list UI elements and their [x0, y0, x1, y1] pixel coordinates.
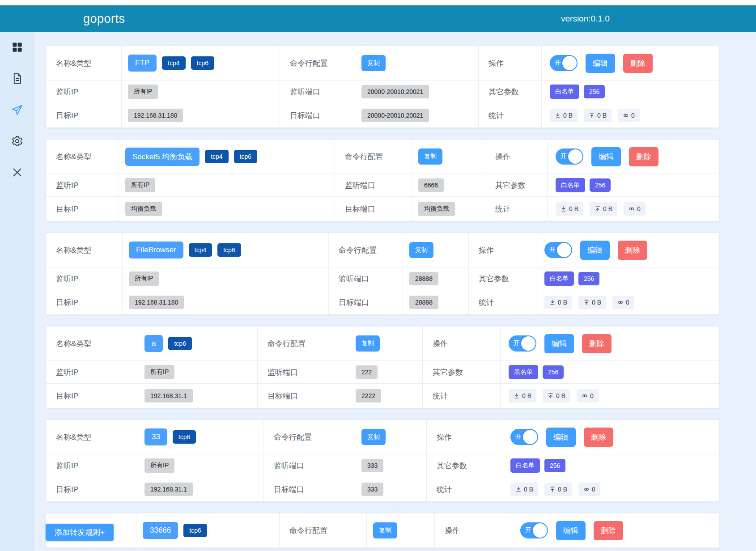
- edit-button[interactable]: 编辑: [591, 147, 621, 166]
- other-params-label: 其它参数: [469, 267, 536, 290]
- stats-label: 统计: [479, 103, 542, 127]
- download-value: 0 B: [522, 392, 531, 399]
- edit-button[interactable]: 编辑: [580, 241, 610, 260]
- power-toggle[interactable]: 开: [520, 522, 548, 538]
- connections-value: 0: [592, 486, 595, 493]
- listen-ip-label: 监听IP: [46, 361, 138, 384]
- copy-button[interactable]: 复制: [373, 522, 397, 538]
- name-type-label: 名称&类型: [46, 46, 122, 81]
- copy-button[interactable]: 复制: [361, 55, 386, 71]
- other-params-cell: 白名单256: [548, 174, 720, 197]
- target-port-cell: 28888: [403, 290, 469, 314]
- param-tag: 256: [543, 365, 564, 379]
- forward-rule-card: 名称&类型FTPtcp4tcp6命令行配置复制操作开编辑删除监听IP所有IP监听…: [46, 46, 719, 128]
- rule-card-list: 名称&类型FTPtcp4tcp6命令行配置复制操作开编辑删除监听IP所有IP监听…: [34, 32, 756, 548]
- protocol-badge: tcp4: [189, 243, 212, 257]
- actions-label: 操作: [485, 140, 548, 174]
- toggle-knob: [533, 523, 547, 538]
- send-icon: [11, 104, 23, 118]
- document-icon: [11, 72, 23, 86]
- other-params-label: 其它参数: [427, 454, 502, 477]
- name-type-value: 33666tcp6: [136, 513, 280, 548]
- connections-icon: [582, 393, 588, 399]
- param-tag: 白名单: [556, 178, 585, 192]
- target-ip-label: 目标IP: [46, 290, 123, 314]
- cmd-config-value: 复制: [412, 140, 485, 174]
- target-ip-cell: 192.168.31.180: [122, 103, 280, 127]
- edit-button[interactable]: 编辑: [556, 521, 586, 540]
- other-params-label: 其它参数: [485, 174, 548, 197]
- listen-port-cell: 28888: [403, 267, 469, 290]
- power-toggle[interactable]: 开: [550, 55, 578, 71]
- connections-value: 0: [590, 392, 594, 399]
- delete-button[interactable]: 删除: [582, 334, 612, 353]
- power-toggle[interactable]: 开: [544, 242, 572, 258]
- protocol-badge: tcp6: [217, 243, 241, 257]
- stats-cell: 0 B0 B0: [542, 103, 720, 127]
- param-tag: 256: [590, 178, 611, 192]
- param-tag: 白名单: [544, 271, 574, 286]
- stats-cell: 0 B0 B0: [548, 197, 720, 221]
- download-icon: [561, 206, 567, 212]
- listen-ip-cell: 所有IP: [119, 174, 335, 197]
- other-params-cell: 白名单256: [536, 267, 720, 290]
- app-header: goports version:0.1.0: [0, 5, 756, 32]
- target-port-cell: 333: [355, 477, 427, 501]
- upload-stat: 0 B: [590, 202, 617, 216]
- toggle-knob: [568, 149, 582, 164]
- copy-button[interactable]: 复制: [409, 242, 433, 258]
- toggle-on-label: 开: [555, 59, 561, 67]
- rule-name-badge: FileBrowser: [129, 242, 183, 259]
- download-stat: 0 B: [550, 109, 578, 122]
- sidebar-item-logs[interactable]: [0, 64, 34, 95]
- sidebar-item-dashboard[interactable]: [0, 32, 34, 64]
- copy-button[interactable]: 复制: [418, 148, 442, 165]
- add-rule-button[interactable]: 添加转发规则+: [46, 524, 114, 541]
- name-type-value: FileBrowsertcp4tcp6: [123, 233, 329, 267]
- copy-button[interactable]: 复制: [356, 335, 380, 352]
- delete-button[interactable]: 删除: [623, 54, 653, 73]
- cmd-config-label: 命令行配置: [335, 140, 412, 174]
- target-port-value: 333: [361, 483, 383, 496]
- name-type-value: Socket5 均衡负载tcp4tcp6: [119, 140, 335, 174]
- edit-button[interactable]: 编辑: [586, 54, 615, 73]
- rule-name-badge: a: [144, 335, 163, 352]
- power-toggle[interactable]: 开: [510, 429, 538, 445]
- listen-ip-label: 监听IP: [46, 267, 123, 290]
- target-ip-value: 均衡负载: [125, 202, 162, 216]
- connections-icon: [623, 112, 629, 119]
- delete-button[interactable]: 删除: [594, 521, 623, 540]
- upload-stat: 0 B: [544, 483, 572, 496]
- upload-stat: 0 B: [578, 296, 606, 309]
- name-type-label: 名称&类型: [46, 140, 119, 174]
- listen-port-label: 监听端口: [280, 81, 355, 103]
- power-toggle[interactable]: 开: [556, 148, 583, 165]
- copy-button[interactable]: 复制: [361, 429, 386, 445]
- sidebar-item-forward[interactable]: [0, 95, 34, 126]
- main-content: 名称&类型FTPtcp4tcp6命令行配置复制操作开编辑删除监听IP所有IP监听…: [34, 32, 756, 551]
- delete-button[interactable]: 删除: [584, 428, 613, 447]
- connections-stat: 0: [578, 483, 600, 496]
- target-ip-value: 192.168.31.1: [144, 389, 193, 403]
- target-ip-value: 192.168.31.180: [128, 109, 183, 122]
- connections-value: 0: [637, 205, 641, 212]
- connections-icon: [617, 299, 624, 305]
- download-value: 0 B: [558, 299, 567, 306]
- name-type-value: atcp6: [138, 326, 258, 361]
- edit-button[interactable]: 编辑: [546, 428, 576, 447]
- stats-label: 统计: [423, 384, 501, 408]
- sidebar-item-close[interactable]: [0, 157, 34, 189]
- param-tag: 256: [584, 85, 605, 98]
- listen-ip-value: 所有IP: [144, 458, 174, 473]
- target-ip-label: 目标IP: [46, 384, 138, 408]
- delete-button[interactable]: 删除: [618, 241, 647, 260]
- listen-ip-value: 所有IP: [125, 178, 155, 192]
- delete-button[interactable]: 删除: [629, 147, 658, 166]
- power-toggle[interactable]: 开: [509, 335, 536, 352]
- edit-button[interactable]: 编辑: [544, 334, 574, 353]
- cmd-config-value: 复制: [355, 420, 427, 454]
- protocol-badge: tcp6: [168, 337, 191, 350]
- sidebar-item-settings[interactable]: [0, 126, 34, 157]
- upload-icon: [595, 206, 601, 212]
- toggle-on-label: 开: [549, 246, 556, 254]
